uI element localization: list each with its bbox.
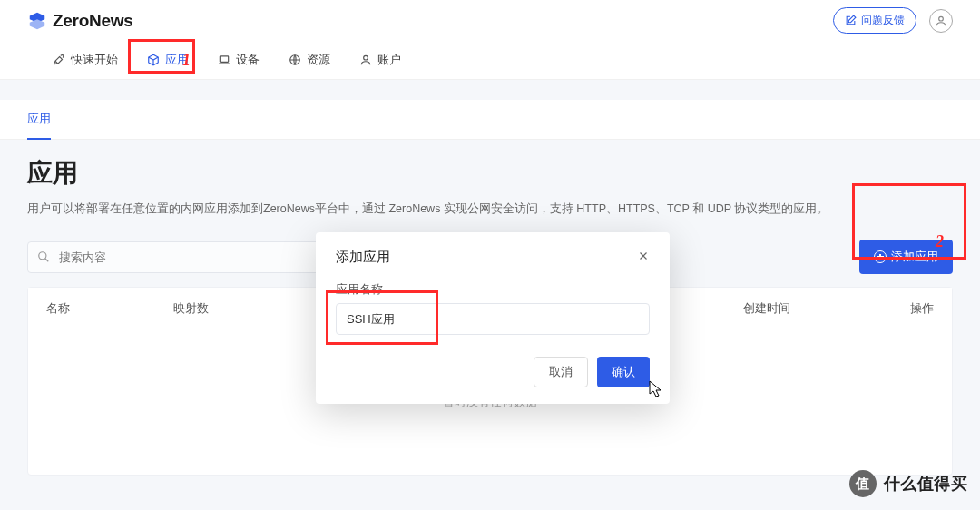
cursor-icon [649,380,663,398]
modal-header: 添加应用 [316,232,670,279]
watermark-badge: 值 [849,470,877,497]
close-icon [637,250,650,262]
modal-body: 应用名称 [316,279,670,348]
watermark-text: 什么值得买 [884,473,968,495]
close-button[interactable] [637,250,650,266]
cancel-button[interactable]: 取消 [534,357,588,387]
confirm-button[interactable]: 确认 [597,357,650,387]
add-app-modal: 添加应用 应用名称 取消 确认 [316,232,670,404]
modal-footer: 取消 确认 [316,348,670,404]
app-name-label: 应用名称 [336,282,650,298]
modal-title: 添加应用 [336,249,390,266]
app-name-input[interactable] [336,303,650,335]
watermark: 值 什么值得买 [849,470,968,497]
